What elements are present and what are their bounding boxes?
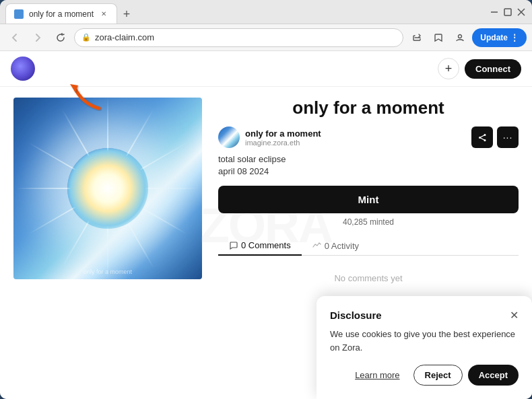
page-title: only for a moment [218,98,519,118]
artwork-image: only for a moment [13,98,202,279]
svg-line-11 [479,137,485,140]
disclosure-modal: Disclosure ✕ We use cookies to give you … [317,296,532,399]
tab-bar: only for a moment ✕ + [5,0,481,24]
title-bar: only for a moment ✕ + [0,0,532,24]
nav-actions: Update ⋮ [407,28,527,47]
description: total solar eclipse april 08 2024 [218,153,519,178]
profile-button[interactable] [451,28,469,47]
svg-line-10 [479,135,485,137]
comments-tab-label: 0 Comments [241,240,291,250]
svg-point-5 [459,34,462,38]
creator-row: only for a moment imagine.zora.eth ··· [218,126,519,148]
minimize-icon [489,7,500,17]
ellipsis-icon: ··· [503,132,513,143]
url-text: zora-claim.com [95,32,154,42]
back-button[interactable] [5,28,24,47]
arrow-pointing-up [62,80,109,114]
tab-close-button[interactable]: ✕ [99,9,108,19]
action-buttons: ··· [471,126,519,148]
info-panel: only for a moment only for a moment imag… [218,98,519,294]
disclosure-header: Disclosure ✕ [330,310,519,321]
creator-name: only for a moment [245,129,321,139]
tabs-row: 0 Comments 0 Activity [218,236,519,256]
disclosure-title: Disclosure [330,310,382,321]
comment-icon [229,241,238,250]
tab-comments[interactable]: 0 Comments [218,236,302,256]
update-menu-icon: ⋮ [510,33,519,42]
activity-icon [312,242,321,250]
sun-glow [67,148,148,229]
artwork-credit: only for a moment [84,268,132,275]
description-line1: total solar eclipse [218,153,519,166]
forward-button[interactable] [28,28,47,47]
update-button[interactable]: Update ⋮ [472,28,527,47]
nav-bar: 🔒 zora-claim.com Update ⋮ [0,24,532,51]
close-window-icon[interactable] [516,7,527,17]
no-comments-message: No comments yet [218,262,519,294]
svg-rect-0 [15,11,22,17]
bookmark-button[interactable] [429,28,448,47]
new-tab-button[interactable]: + [117,5,136,24]
description-line2: april 08 2024 [218,166,519,178]
creator-info: only for a moment imagine.zora.eth [218,126,321,148]
artwork-section: only for a moment [13,98,202,294]
browser-window: only for a moment ✕ + [0,0,532,399]
tab-activity[interactable]: 0 Activity [302,236,370,255]
creator-avatar [218,126,240,148]
svg-rect-2 [504,9,511,15]
main-content: only for a moment only for a moment only… [0,87,532,305]
disclosure-close-button[interactable]: ✕ [510,310,519,321]
active-tab[interactable]: only for a moment ✕ [5,3,117,24]
share-button[interactable] [407,28,426,47]
plus-button[interactable]: + [438,58,459,79]
topbar-right: + Connect [438,58,521,79]
disclosure-text: We use cookies to give you the best expe… [330,328,519,354]
lock-icon: 🔒 [81,33,91,42]
tab-favicon [14,9,24,19]
reload-button[interactable] [51,28,70,47]
tab-title: only for a moment [29,9,94,19]
learn-more-button[interactable]: Learn more [347,365,407,386]
window-controls [489,7,527,17]
disclosure-actions: Learn more Reject Accept [330,365,519,386]
page-content: + Connect [0,51,532,399]
more-options-button[interactable]: ··· [497,126,519,148]
arrow-annotation [62,80,109,116]
connect-button[interactable]: Connect [465,59,521,79]
creator-details: only for a moment imagine.zora.eth [245,129,321,147]
activity-tab-label: 0 Activity [325,241,359,251]
share-nft-button[interactable] [471,126,493,148]
minted-count: 40,285 minted [218,217,519,227]
zora-logo[interactable] [11,57,35,81]
mint-button[interactable]: Mint [218,186,519,213]
reject-button[interactable]: Reject [413,365,463,386]
creator-handle: imagine.zora.eth [245,139,321,147]
address-bar[interactable]: 🔒 zora-claim.com [74,28,403,47]
maximize-icon [502,7,513,17]
accept-button[interactable]: Accept [468,365,519,386]
